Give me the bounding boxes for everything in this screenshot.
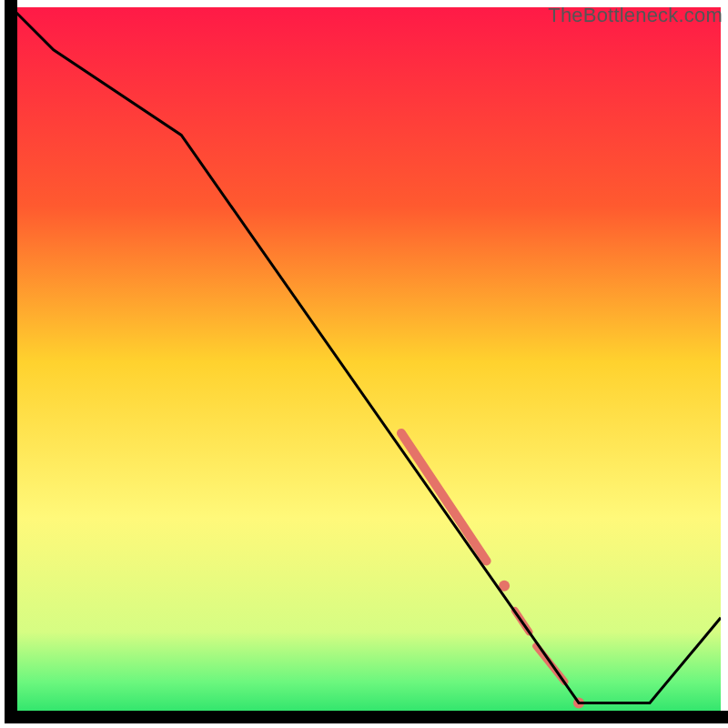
watermark-text: TheBottleneck.com <box>548 4 723 27</box>
chart-container: TheBottleneck.com <box>0 0 728 728</box>
plot-background <box>11 7 721 717</box>
bottleneck-chart <box>0 0 728 728</box>
